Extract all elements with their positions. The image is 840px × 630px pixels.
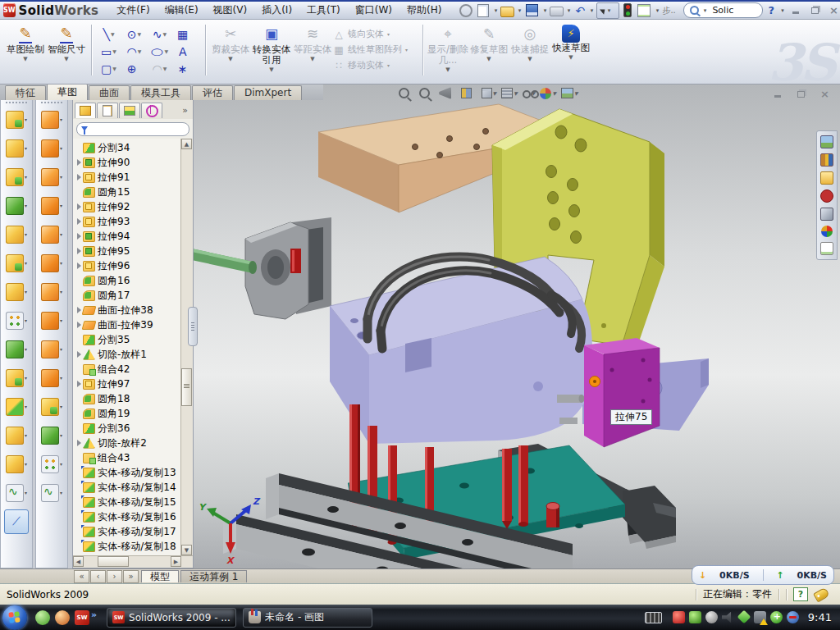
tab-dimxpert[interactable]: DimXpert bbox=[234, 85, 302, 100]
expand-arrow-icon[interactable] bbox=[75, 381, 83, 387]
open-file-dropdown[interactable]: ▾ bbox=[516, 7, 523, 14]
dropdown-arrow-icon[interactable]: ▼ bbox=[138, 48, 142, 54]
print-dropdown[interactable]: ▾ bbox=[565, 7, 572, 14]
tree-item[interactable]: 圆角17 bbox=[75, 288, 180, 303]
extruded-boss[interactable] bbox=[6, 111, 24, 129]
taskpane-file-explorer-icon[interactable] bbox=[820, 171, 833, 185]
task-solidworks[interactable]: SW SolidWorks 2009 - ... bbox=[107, 608, 236, 628]
tab-nav-button[interactable]: › bbox=[107, 570, 122, 583]
quicklaunch-app-icon[interactable] bbox=[55, 610, 70, 625]
dropdown-arrow-icon[interactable]: ▾ bbox=[60, 231, 62, 237]
tree-item[interactable]: 实体-移动/复制13 bbox=[75, 465, 180, 480]
thicken[interactable] bbox=[41, 455, 59, 473]
move-copy-body[interactable] bbox=[6, 398, 24, 416]
app-close-button[interactable]: × bbox=[825, 4, 840, 16]
configuration-manager-tab[interactable] bbox=[119, 103, 140, 118]
dropdown-arrow-icon[interactable]: ▾ bbox=[60, 203, 62, 208]
dropdown-arrow-icon[interactable]: ▾ bbox=[60, 490, 62, 495]
tree-item[interactable]: 组合43 bbox=[75, 450, 180, 465]
previous-view-icon[interactable]: ▼ bbox=[439, 87, 456, 99]
spline-tool[interactable]: ∿▼ bbox=[147, 25, 172, 43]
rectangle-tool[interactable]: ▭▼ bbox=[96, 43, 121, 60]
dropdown-arrow-icon[interactable]: ▼ bbox=[163, 66, 167, 71]
undo-icon[interactable]: ↶ bbox=[573, 4, 587, 17]
save-icon[interactable] bbox=[526, 4, 538, 16]
dropdown-arrow-icon[interactable]: ▼ bbox=[112, 66, 116, 71]
tag-icon[interactable] bbox=[813, 587, 830, 602]
swept-surface[interactable] bbox=[41, 111, 59, 129]
dropdown-arrow-icon[interactable]: ▾ bbox=[25, 490, 27, 495]
menu-item[interactable]: 视图(V) bbox=[207, 2, 254, 19]
tree-item[interactable]: 曲面-拉伸38 bbox=[75, 303, 180, 317]
tree-item[interactable]: 圆角18 bbox=[75, 391, 180, 406]
scroll-thumb[interactable] bbox=[98, 556, 129, 567]
tree-item[interactable]: 圆角15 bbox=[75, 185, 180, 199]
panel-chevron[interactable]: » bbox=[182, 105, 191, 116]
shell[interactable] bbox=[6, 254, 24, 272]
linear-sketch-pattern-button[interactable]: ▦ 线性草图阵列 ▾ bbox=[333, 43, 418, 56]
taskpane-search-icon[interactable] bbox=[820, 189, 833, 203]
dropdown-arrow-icon[interactable]: ▼ bbox=[111, 31, 115, 37]
feature-manager-tab[interactable] bbox=[75, 103, 96, 118]
help-button[interactable]: ? bbox=[765, 4, 778, 16]
dropdown-arrow-icon[interactable]: ▾ bbox=[25, 346, 27, 352]
dropdown-arrow-icon[interactable]: ▼ bbox=[138, 31, 142, 37]
sketch-fillet-tool[interactable]: ◠▼ bbox=[147, 60, 172, 77]
red-stop-pin[interactable] bbox=[546, 503, 559, 528]
menu-item[interactable]: 编辑(E) bbox=[158, 2, 205, 19]
tree-item[interactable]: 拉伸93 bbox=[75, 214, 180, 229]
dropdown-arrow-icon[interactable]: ▾ bbox=[25, 289, 27, 294]
tray-volume-icon[interactable] bbox=[722, 611, 734, 623]
tree-item[interactable]: 拉伸97 bbox=[75, 377, 180, 391]
options-dropdown[interactable]: ▾ bbox=[654, 7, 660, 14]
move-entities-button[interactable]: ∷ 移动实体 ▾ bbox=[333, 59, 418, 71]
dropdown-arrow-icon[interactable]: ▼ bbox=[269, 66, 273, 73]
tree-item[interactable]: 实体-移动/复制17 bbox=[75, 524, 180, 539]
options-list-icon[interactable] bbox=[637, 4, 651, 17]
dropdown-arrow-icon[interactable]: ▾ bbox=[60, 404, 62, 409]
tree-item[interactable]: 实体-移动/复制16 bbox=[75, 509, 180, 524]
fillet[interactable] bbox=[6, 168, 24, 186]
line-tool[interactable]: ╲▼ bbox=[96, 25, 121, 43]
section-view-icon[interactable]: ▼ bbox=[461, 88, 477, 98]
scroll-up-button[interactable]: ▲ bbox=[181, 139, 192, 149]
dropdown-arrow-icon[interactable]: ▼ bbox=[445, 66, 450, 73]
dropdown-arrow-icon[interactable]: ▾ bbox=[25, 461, 27, 467]
taskpane-resources-icon[interactable] bbox=[820, 135, 833, 148]
scroll-right-button[interactable]: ▶ bbox=[171, 556, 181, 567]
start-button[interactable] bbox=[2, 605, 27, 630]
clamp-body[interactable] bbox=[245, 217, 331, 319]
tree-item[interactable]: 实体-移动/复制18 bbox=[75, 539, 180, 554]
slot-tool[interactable]: ▢▼ bbox=[96, 60, 121, 77]
dropdown-arrow-icon[interactable]: ▾ bbox=[25, 174, 27, 180]
dropdown-arrow-icon[interactable]: ▼ bbox=[568, 54, 573, 61]
expand-arrow-icon[interactable] bbox=[75, 203, 83, 210]
scroll-down-button[interactable]: ▼ bbox=[181, 545, 192, 555]
keyboard-layout-icon[interactable] bbox=[645, 612, 662, 623]
expand-arrow-icon[interactable] bbox=[75, 218, 83, 225]
dropdown-arrow-icon[interactable]: ▼ bbox=[527, 56, 532, 62]
expand-arrow-icon[interactable] bbox=[75, 159, 83, 166]
dropdown-arrow-icon[interactable]: ▾ bbox=[60, 260, 62, 266]
new-file-dropdown[interactable]: ▾ bbox=[492, 7, 499, 14]
stoplight-icon[interactable] bbox=[623, 3, 632, 17]
dropdown-arrow-icon[interactable]: ▼ bbox=[23, 56, 27, 62]
dropdown-arrow-icon[interactable]: ▾ bbox=[25, 203, 27, 208]
dropdown-arrow-icon[interactable]: ▾ bbox=[60, 432, 62, 438]
edit-appearance-icon[interactable]: ▼ bbox=[540, 88, 556, 99]
panel-splitter-handle[interactable] bbox=[188, 307, 198, 346]
dropdown-arrow-icon[interactable]: ▼ bbox=[163, 31, 167, 37]
expand-arrow-icon[interactable] bbox=[75, 174, 83, 180]
search-input[interactable] bbox=[710, 4, 756, 16]
mirror-entities-button[interactable]: △ 镜向实体 ▾ bbox=[333, 28, 418, 40]
instant3d-pressed-button[interactable]: ⟋ bbox=[4, 509, 29, 534]
dropdown-arrow-icon[interactable]: ▼ bbox=[112, 48, 116, 54]
tree-item[interactable]: 拉伸92 bbox=[75, 199, 180, 214]
tree-item[interactable]: 实体-移动/复制15 bbox=[75, 495, 180, 509]
select-tool-button[interactable]: ▾ bbox=[596, 2, 619, 19]
tree-item[interactable]: 曲面-拉伸39 bbox=[75, 317, 180, 332]
pattern-tool[interactable]: ▦▼ bbox=[172, 25, 198, 43]
motion-study-tab[interactable]: 运动算例 1 bbox=[180, 570, 247, 582]
extruded-surface[interactable] bbox=[41, 168, 59, 186]
taskpane-view-palette-icon[interactable] bbox=[820, 208, 833, 221]
